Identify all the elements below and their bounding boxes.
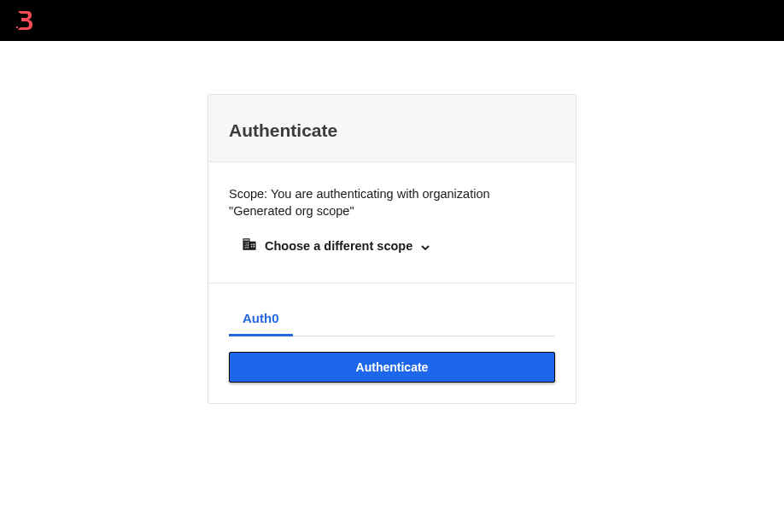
auth-tabs: Auth0 bbox=[229, 304, 555, 336]
svg-rect-9 bbox=[247, 246, 248, 247]
svg-rect-12 bbox=[250, 245, 251, 246]
brand-logo-icon bbox=[15, 9, 34, 32]
choose-scope-button[interactable]: Choose a different scope bbox=[243, 238, 555, 254]
card-body: Scope: You are authenticating with organ… bbox=[208, 162, 576, 284]
auth-methods-section: Auth0 Authenticate bbox=[208, 284, 576, 403]
svg-rect-7 bbox=[247, 244, 248, 245]
chevron-down-icon bbox=[421, 238, 430, 254]
tab-auth0[interactable]: Auth0 bbox=[229, 304, 293, 336]
svg-rect-10 bbox=[250, 243, 251, 244]
svg-rect-4 bbox=[245, 243, 246, 243]
auth-card: Authenticate Scope: You are authenticati… bbox=[208, 94, 576, 404]
svg-rect-3 bbox=[247, 241, 248, 242]
svg-rect-2 bbox=[245, 241, 246, 242]
svg-rect-13 bbox=[253, 245, 254, 246]
card-header: Authenticate bbox=[208, 95, 576, 162]
svg-rect-8 bbox=[245, 246, 246, 247]
svg-rect-1 bbox=[19, 28, 20, 30]
authenticate-button[interactable]: Authenticate bbox=[229, 352, 555, 383]
svg-rect-6 bbox=[245, 244, 246, 245]
svg-rect-0 bbox=[16, 26, 18, 28]
svg-rect-11 bbox=[253, 243, 254, 244]
app-header bbox=[0, 0, 784, 41]
main-content: Authenticate Scope: You are authenticati… bbox=[0, 41, 784, 404]
scope-description: Scope: You are authenticating with organ… bbox=[229, 186, 555, 219]
card-title: Authenticate bbox=[229, 120, 555, 141]
svg-rect-5 bbox=[247, 243, 248, 243]
choose-scope-label: Choose a different scope bbox=[265, 239, 412, 253]
domain-icon bbox=[243, 238, 256, 254]
